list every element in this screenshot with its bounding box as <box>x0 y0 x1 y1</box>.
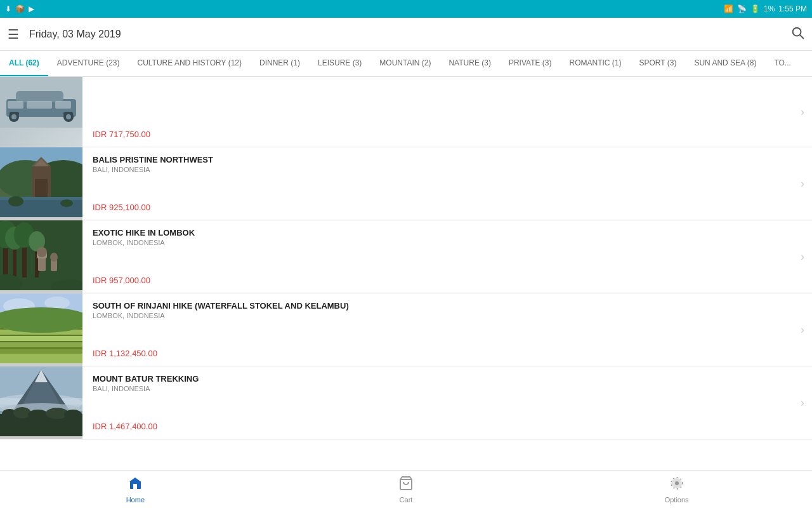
item-location: LOMBOK, INDONESIA <box>93 239 802 246</box>
item-image <box>0 147 82 220</box>
cart-label: Cart <box>400 496 413 504</box>
chevron-right-icon: › <box>801 396 804 410</box>
item-image <box>0 366 82 439</box>
home-icon <box>128 476 143 495</box>
item-image <box>0 293 82 366</box>
app-icon-3: ▶ <box>29 4 34 13</box>
item-content: IDR 717,750.00 <box>82 77 812 147</box>
clock: 1:55 PM <box>778 4 807 13</box>
svg-line-1 <box>800 35 803 38</box>
tab-more[interactable]: TO... <box>765 51 799 76</box>
chevron-right-icon: › <box>801 250 804 264</box>
list-item[interactable]: IDR 717,750.00 › <box>0 77 812 147</box>
item-title: MOUNT BATUR TREKKING <box>93 374 802 384</box>
item-price: IDR 1,132,450.00 <box>93 349 802 358</box>
tab-culture-history[interactable]: CULTURE AND HISTORY (12) <box>128 51 250 76</box>
home-label: Home <box>126 496 145 504</box>
svg-rect-55 <box>0 347 82 349</box>
svg-rect-21 <box>35 179 48 198</box>
tab-dinner[interactable]: DINNER (1) <box>251 51 309 76</box>
item-price: IDR 1,467,400.00 <box>93 422 802 431</box>
header-title: Friday, 03 May 2019 <box>29 29 790 40</box>
svg-point-70 <box>13 407 31 418</box>
svg-rect-4 <box>16 91 63 102</box>
item-image <box>0 77 82 147</box>
item-price: IDR 957,000.00 <box>93 276 802 285</box>
svg-point-8 <box>11 114 16 119</box>
list-item[interactable]: SOUTH OF RINJANI HIKE (WATERFALL STOKEL … <box>0 293 812 366</box>
search-icon[interactable] <box>790 25 804 43</box>
signal-icon: 📶 <box>724 4 733 13</box>
item-price: IDR 925,100.00 <box>93 203 802 212</box>
tab-nature[interactable]: NATURE (3) <box>440 51 499 76</box>
battery-icon: 🔋 <box>750 4 760 13</box>
chevron-right-icon: › <box>801 323 804 337</box>
nav-cart[interactable]: Cart <box>381 476 431 504</box>
item-content: MOUNT BATUR TREKKING BALI, INDONESIA IDR… <box>82 366 812 439</box>
app-icon-1: ⬇ <box>5 4 11 13</box>
tab-all[interactable]: ALL (62) <box>0 51 48 76</box>
wifi-icon: 📡 <box>737 4 747 13</box>
svg-point-24 <box>8 196 23 206</box>
chevron-right-icon: › <box>801 177 804 190</box>
nav-options[interactable]: Options <box>652 476 702 504</box>
chevron-right-icon: › <box>801 105 804 119</box>
tour-list: IDR 717,750.00 › <box>0 77 812 468</box>
category-tabs: ALL (62) ADVENTURE (23) CULTURE AND HIST… <box>0 51 812 77</box>
svg-point-40 <box>50 253 58 262</box>
tab-private[interactable]: PRIVATE (3) <box>500 51 561 76</box>
item-content: EXOTIC HIKE IN LOMBOK LOMBOK, INDONESIA … <box>82 220 812 293</box>
tab-romantic[interactable]: ROMANTIC (1) <box>560 51 630 76</box>
header: ☰ Friday, 03 May 2019 <box>0 18 812 51</box>
svg-point-58 <box>44 297 70 309</box>
battery-level: 1% <box>764 4 775 13</box>
tab-mountain[interactable]: MOUNTAIN (2) <box>370 51 440 76</box>
svg-rect-13 <box>55 101 71 109</box>
item-price: IDR 717,750.00 <box>93 130 802 139</box>
svg-point-71 <box>28 410 48 420</box>
bottom-nav: Home Cart Options <box>0 470 812 508</box>
item-title: EXOTIC HIKE IN LOMBOK <box>93 228 802 237</box>
item-content: SOUTH OF RINJANI HIKE (WATERFALL STOKEL … <box>82 293 812 366</box>
tab-adventure[interactable]: ADVENTURE (23) <box>48 51 129 76</box>
item-image <box>0 220 82 293</box>
options-label: Options <box>665 496 689 504</box>
item-title: SOUTH OF RINJANI HIKE (WATERFALL STOKEL … <box>93 301 802 311</box>
svg-rect-12 <box>27 101 52 109</box>
svg-point-25 <box>60 199 73 207</box>
menu-icon[interactable]: ☰ <box>8 27 19 42</box>
svg-point-38 <box>37 247 47 257</box>
item-location: BALI, INDONESIA <box>93 166 802 173</box>
tab-sun-sea[interactable]: SUN AND SEA (8) <box>685 51 765 76</box>
tab-sport[interactable]: SPORT (3) <box>630 51 685 76</box>
list-item[interactable]: MOUNT BATUR TREKKING BALI, INDONESIA IDR… <box>0 366 812 439</box>
svg-rect-75 <box>133 484 137 489</box>
nav-home[interactable]: Home <box>110 476 160 504</box>
list-item[interactable]: EXOTIC HIKE IN LOMBOK LOMBOK, INDONESIA … <box>0 220 812 293</box>
svg-point-10 <box>66 114 71 119</box>
list-item[interactable]: BALIS PRISTINE NORTHWEST BALI, INDONESIA… <box>0 147 812 220</box>
options-icon <box>669 476 684 495</box>
svg-rect-11 <box>8 101 23 109</box>
svg-point-59 <box>0 307 82 333</box>
svg-rect-50 <box>0 354 82 363</box>
item-location: LOMBOK, INDONESIA <box>93 312 802 319</box>
status-bar: ⬇ 📦 ▶ 📶 📡 🔋 1% 1:55 PM <box>0 0 812 18</box>
item-title: BALIS PRISTINE NORTHWEST <box>93 155 802 164</box>
svg-point-73 <box>64 410 82 420</box>
item-content: BALIS PRISTINE NORTHWEST BALI, INDONESIA… <box>82 147 812 220</box>
tab-leisure[interactable]: LEISURE (3) <box>309 51 370 76</box>
svg-rect-54 <box>0 341 82 342</box>
item-location: BALI, INDONESIA <box>93 385 802 392</box>
app-icon-2: 📦 <box>15 4 25 13</box>
cart-icon <box>398 476 414 495</box>
svg-rect-53 <box>0 335 82 336</box>
